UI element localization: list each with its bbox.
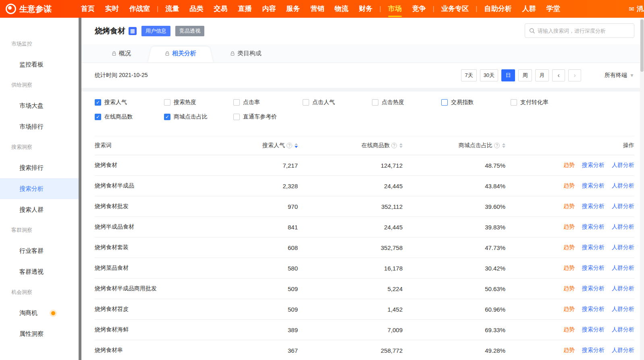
sidebar-item-搜索排行[interactable]: 搜索排行	[0, 157, 79, 178]
next-button[interactable]: ›	[568, 69, 581, 81]
action-link-人群分析[interactable]: 人群分析	[612, 244, 634, 251]
filter-checkbox-在线商品数[interactable]: ✓在线商品数	[95, 113, 164, 121]
nav-item-直播[interactable]: 直播	[233, 0, 257, 18]
action-link-趋势[interactable]: 趋势	[563, 182, 575, 189]
sidebar-item-监控看板[interactable]: 监控看板	[0, 54, 79, 75]
checkbox-icon[interactable]: ✓	[95, 114, 101, 120]
checkbox-icon[interactable]	[441, 99, 448, 106]
action-link-趋势[interactable]: 趋势	[563, 326, 575, 333]
tab-相关分析[interactable]: 相关分析	[148, 44, 213, 62]
nav-message[interactable]: ✉ 消息	[629, 0, 644, 18]
action-link-人群分析[interactable]: 人群分析	[612, 264, 634, 272]
action-link-人群分析[interactable]: 人群分析	[612, 347, 634, 354]
prev-button[interactable]: ‹	[552, 69, 565, 81]
action-link-搜索分析[interactable]: 搜索分析	[582, 347, 605, 354]
search-input[interactable]	[538, 28, 630, 34]
nav-item-服务[interactable]: 服务	[281, 0, 305, 18]
checkbox-icon[interactable]	[164, 99, 170, 106]
sort-icon[interactable]	[399, 143, 403, 148]
tab-类目构成[interactable]: 类目构成	[213, 44, 278, 62]
tab-概况[interactable]: 概况	[95, 44, 148, 62]
nav-item-内容[interactable]: 内容	[257, 0, 281, 18]
search-box[interactable]	[525, 23, 634, 38]
nav-item-首页[interactable]: 首页	[76, 0, 100, 18]
help-icon[interactable]: ?	[287, 143, 292, 148]
checkbox-icon[interactable]	[233, 99, 240, 106]
nav-item-实时[interactable]: 实时	[100, 0, 124, 18]
action-link-搜索分析[interactable]: 搜索分析	[582, 182, 605, 189]
action-link-趋势[interactable]: 趋势	[563, 223, 575, 231]
sidebar-scrollbar[interactable]	[79, 18, 81, 360]
range-button-周[interactable]: 周	[518, 69, 532, 81]
nav-item-流量[interactable]: 流量	[160, 0, 184, 18]
nav-item-人群[interactable]: 人群	[517, 0, 541, 18]
action-link-趋势[interactable]: 趋势	[563, 285, 575, 292]
range-button-日[interactable]: 日	[501, 69, 515, 81]
sidebar-item-市场排行[interactable]: 市场排行	[0, 116, 79, 137]
nav-item-品类[interactable]: 品类	[184, 0, 208, 18]
filter-checkbox-直通车参考价[interactable]: 直通车参考价	[233, 113, 303, 121]
sidebar-item-属性洞察[interactable]: 属性洞察	[0, 323, 79, 344]
filter-checkbox-支付转化率[interactable]: 支付转化率	[511, 99, 580, 106]
action-link-人群分析[interactable]: 人群分析	[612, 162, 634, 169]
sidebar-item-搜索分析[interactable]: 搜索分析	[0, 178, 79, 199]
range-button-月[interactable]: 月	[535, 69, 549, 81]
action-link-趋势[interactable]: 趋势	[563, 162, 575, 169]
action-link-人群分析[interactable]: 人群分析	[612, 182, 634, 189]
nav-item-学堂[interactable]: 学堂	[541, 0, 565, 18]
action-link-趋势[interactable]: 趋势	[563, 203, 575, 210]
sidebar-item-市场大盘[interactable]: 市场大盘	[0, 95, 79, 116]
help-icon[interactable]: ?	[494, 143, 500, 148]
action-link-搜索分析[interactable]: 搜索分析	[582, 285, 605, 292]
action-link-人群分析[interactable]: 人群分析	[612, 223, 634, 231]
nav-item-财务[interactable]: 财务	[353, 0, 378, 18]
action-link-人群分析[interactable]: 人群分析	[612, 306, 634, 313]
filter-checkbox-点击人气[interactable]: 点击人气	[303, 99, 372, 106]
filter-checkbox-点击率[interactable]: 点击率	[233, 99, 303, 106]
filter-checkbox-搜索热度[interactable]: 搜索热度	[164, 99, 233, 106]
filter-checkbox-商城点击占比[interactable]: ✓商城点击占比	[164, 113, 233, 121]
action-link-趋势[interactable]: 趋势	[563, 264, 575, 272]
action-link-搜索分析[interactable]: 搜索分析	[582, 203, 605, 210]
sort-icon[interactable]	[502, 143, 505, 148]
sidebar-item-行业客群[interactable]: 行业客群	[0, 240, 79, 261]
nav-item-自助分析[interactable]: 自助分析	[479, 0, 517, 18]
page-scrollbar[interactable]	[640, 18, 644, 360]
sort-icon[interactable]	[295, 143, 298, 148]
action-link-搜索分析[interactable]: 搜索分析	[582, 264, 605, 272]
action-link-趋势[interactable]: 趋势	[563, 347, 575, 354]
action-link-搜索分析[interactable]: 搜索分析	[582, 223, 605, 231]
nav-item-物流[interactable]: 物流	[329, 0, 353, 18]
action-link-搜索分析[interactable]: 搜索分析	[582, 326, 605, 333]
nav-item-业务专区[interactable]: 业务专区	[436, 0, 474, 18]
action-link-趋势[interactable]: 趋势	[563, 306, 575, 313]
checkbox-icon[interactable]	[233, 114, 240, 120]
sidebar-item-搜索人群[interactable]: 搜索人群	[0, 199, 79, 220]
action-link-趋势[interactable]: 趋势	[563, 244, 575, 251]
app-logo[interactable]: 生意参谋	[6, 4, 52, 15]
range-button-7天[interactable]: 7天	[461, 69, 476, 81]
checkbox-icon[interactable]	[511, 99, 517, 106]
action-link-人群分析[interactable]: 人群分析	[612, 326, 634, 333]
nav-item-作战室[interactable]: 作战室	[124, 0, 155, 18]
action-link-搜索分析[interactable]: 搜索分析	[582, 244, 605, 251]
nav-item-营销[interactable]: 营销	[305, 0, 329, 18]
sidebar-item-客群透视[interactable]: 客群透视	[0, 261, 79, 282]
range-button-30天[interactable]: 30天	[480, 69, 498, 81]
action-link-人群分析[interactable]: 人群分析	[612, 285, 634, 292]
用户信息-button[interactable]: 用户信息	[141, 26, 170, 36]
action-link-搜索分析[interactable]: 搜索分析	[582, 162, 605, 169]
filter-checkbox-搜索人气[interactable]: ✓搜索人气	[95, 99, 164, 106]
竞品透视-button[interactable]: 竞品透视	[175, 26, 204, 36]
nav-item-竞争[interactable]: 竞争	[407, 0, 431, 18]
filter-checkbox-交易指数[interactable]: 交易指数	[441, 99, 511, 106]
action-link-搜索分析[interactable]: 搜索分析	[582, 306, 605, 313]
action-link-人群分析[interactable]: 人群分析	[612, 203, 634, 210]
help-icon[interactable]: ?	[391, 143, 397, 148]
checkbox-icon[interactable]: ✓	[95, 99, 101, 106]
nav-item-交易[interactable]: 交易	[208, 0, 233, 18]
terminal-dropdown[interactable]: 所有终端 ▼	[605, 72, 634, 79]
scrollbar-thumb[interactable]	[640, 19, 644, 72]
checkbox-icon[interactable]	[303, 99, 309, 106]
sidebar-item-淘商机[interactable]: 淘商机	[0, 302, 79, 323]
